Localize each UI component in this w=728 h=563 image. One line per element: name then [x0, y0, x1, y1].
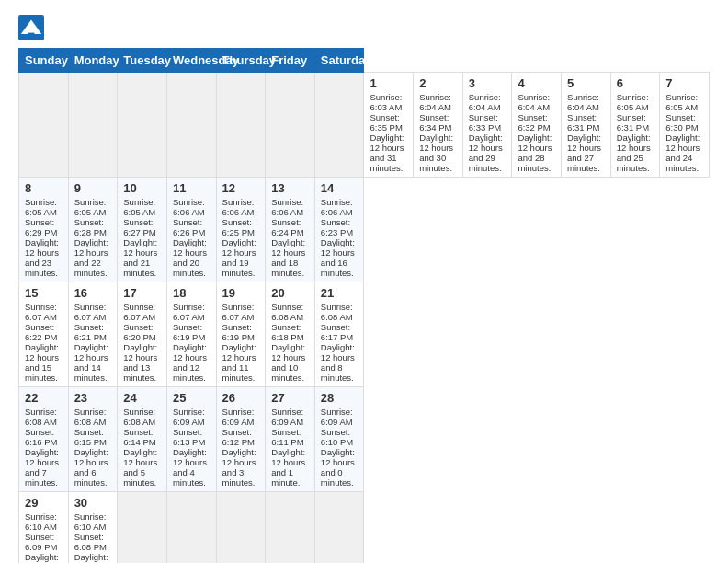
day-number: 23	[74, 391, 112, 405]
daylight-text: Daylight: 12 hours and 6 minutes.	[74, 447, 112, 488]
sunset-text: Sunset: 6:25 PM	[222, 217, 260, 237]
sunrise-text: Sunrise: 6:05 AM	[25, 197, 63, 217]
svg-rect-2	[28, 33, 35, 36]
sunset-text: Sunset: 6:13 PM	[173, 427, 210, 447]
day-number: 16	[74, 286, 112, 300]
calendar-cell: 24Sunrise: 6:08 AMSunset: 6:14 PMDayligh…	[118, 387, 167, 492]
calendar-cell: 19Sunrise: 6:07 AMSunset: 6:19 PMDayligh…	[216, 282, 266, 387]
daylight-text: Daylight: 12 hours and 22 minutes.	[74, 237, 112, 278]
sunrise-text: Sunrise: 6:04 AM	[518, 92, 555, 112]
logo	[18, 15, 48, 40]
sunrise-text: Sunrise: 6:07 AM	[74, 302, 112, 322]
calendar-cell	[118, 73, 167, 178]
calendar-cell: 2Sunrise: 6:04 AMSunset: 6:34 PMDaylight…	[414, 73, 463, 178]
sunrise-text: Sunrise: 6:10 AM	[74, 511, 112, 532]
day-number: 20	[271, 286, 309, 300]
sunrise-text: Sunrise: 6:04 AM	[567, 92, 605, 112]
calendar-cell	[166, 492, 216, 564]
day-number: 1	[370, 76, 407, 90]
sunrise-text: Sunrise: 6:06 AM	[321, 197, 358, 217]
sunrise-text: Sunrise: 6:05 AM	[617, 92, 654, 112]
sunset-text: Sunset: 6:26 PM	[173, 217, 210, 237]
calendar-cell: 9Sunrise: 6:05 AMSunset: 6:28 PMDaylight…	[68, 178, 118, 282]
calendar-cell: 13Sunrise: 6:06 AMSunset: 6:24 PMDayligh…	[266, 178, 315, 282]
sunset-text: Sunset: 6:35 PM	[370, 112, 407, 132]
col-monday: Monday	[68, 49, 118, 73]
sunrise-text: Sunrise: 6:08 AM	[123, 407, 161, 427]
sunset-text: Sunset: 6:09 PM	[25, 532, 63, 552]
daylight-text: Daylight: 12 hours and 19 minutes.	[222, 237, 260, 278]
calendar-cell: 25Sunrise: 6:09 AMSunset: 6:13 PMDayligh…	[166, 387, 216, 492]
header-row: Sunday Monday Tuesday Wednesday Thursday…	[19, 49, 710, 73]
calendar-cell: 26Sunrise: 6:09 AMSunset: 6:12 PMDayligh…	[216, 387, 266, 492]
day-number: 29	[25, 496, 63, 510]
day-number: 5	[567, 76, 605, 90]
calendar-cell	[19, 73, 69, 178]
sunset-text: Sunset: 6:11 PM	[271, 427, 309, 447]
calendar-cell: 21Sunrise: 6:08 AMSunset: 6:17 PMDayligh…	[314, 282, 364, 387]
calendar-cell	[314, 73, 364, 178]
daylight-text: Daylight: 12 hours and 5 minutes.	[123, 447, 161, 488]
sunset-text: Sunset: 6:31 PM	[617, 112, 654, 132]
sunrise-text: Sunrise: 6:09 AM	[173, 407, 210, 427]
day-number: 28	[321, 391, 358, 405]
day-number: 30	[74, 496, 112, 510]
col-saturday: Saturday	[314, 49, 364, 73]
sunrise-text: Sunrise: 6:07 AM	[173, 302, 210, 322]
logo-icon	[18, 15, 44, 40]
calendar-cell: 28Sunrise: 6:09 AMSunset: 6:10 PMDayligh…	[314, 387, 364, 492]
day-number: 21	[321, 286, 358, 300]
sunset-text: Sunset: 6:29 PM	[25, 217, 63, 237]
day-number: 6	[617, 76, 654, 90]
sunset-text: Sunset: 6:30 PM	[665, 112, 703, 132]
sunset-text: Sunset: 6:08 PM	[74, 532, 112, 552]
calendar-cell	[314, 492, 364, 564]
sunrise-text: Sunrise: 6:06 AM	[222, 197, 260, 217]
sunset-text: Sunset: 6:33 PM	[469, 112, 506, 132]
col-tuesday: Tuesday	[118, 49, 167, 73]
day-number: 19	[222, 286, 260, 300]
day-number: 12	[222, 181, 260, 195]
daylight-text: Daylight: 12 hours and 23 minutes.	[25, 237, 63, 278]
calendar-cell: 27Sunrise: 6:09 AMSunset: 6:11 PMDayligh…	[266, 387, 315, 492]
sunset-text: Sunset: 6:34 PM	[419, 112, 457, 132]
day-number: 22	[25, 391, 63, 405]
day-number: 15	[25, 286, 63, 300]
day-number: 17	[123, 286, 161, 300]
sunrise-text: Sunrise: 6:09 AM	[321, 407, 358, 427]
day-number: 27	[271, 391, 309, 405]
sunset-text: Sunset: 6:16 PM	[25, 427, 63, 447]
calendar-cell: 5Sunrise: 6:04 AMSunset: 6:31 PMDaylight…	[562, 73, 611, 178]
calendar-cell: 11Sunrise: 6:06 AMSunset: 6:26 PMDayligh…	[166, 178, 216, 282]
sunrise-text: Sunrise: 6:05 AM	[123, 197, 161, 217]
sunset-text: Sunset: 6:31 PM	[567, 112, 605, 132]
calendar-cell: 12Sunrise: 6:06 AMSunset: 6:25 PMDayligh…	[216, 178, 266, 282]
sunset-text: Sunset: 6:22 PM	[25, 322, 63, 342]
day-number: 3	[469, 76, 506, 90]
calendar-cell: 8Sunrise: 6:05 AMSunset: 6:29 PMDaylight…	[19, 178, 69, 282]
daylight-text: Daylight: 12 hours and 7 minutes.	[25, 447, 63, 488]
col-wednesday: Wednesday	[166, 49, 216, 73]
calendar-cell: 10Sunrise: 6:05 AMSunset: 6:27 PMDayligh…	[118, 178, 167, 282]
calendar-cell: 16Sunrise: 6:07 AMSunset: 6:21 PMDayligh…	[68, 282, 118, 387]
day-number: 26	[222, 391, 260, 405]
calendar-cell: 23Sunrise: 6:08 AMSunset: 6:15 PMDayligh…	[68, 387, 118, 492]
sunset-text: Sunset: 6:17 PM	[321, 322, 358, 342]
calendar-cell: 30Sunrise: 6:10 AMSunset: 6:08 PMDayligh…	[68, 492, 118, 564]
sunrise-text: Sunrise: 6:04 AM	[469, 92, 506, 112]
daylight-text: Daylight: 11 hours and 59 minutes.	[25, 552, 63, 563]
calendar-cell: 17Sunrise: 6:07 AMSunset: 6:20 PMDayligh…	[118, 282, 167, 387]
sunrise-text: Sunrise: 6:08 AM	[271, 302, 309, 322]
calendar-cell	[216, 492, 266, 564]
day-number: 14	[321, 181, 358, 195]
sunset-text: Sunset: 6:24 PM	[271, 217, 309, 237]
sunset-text: Sunset: 6:19 PM	[222, 322, 260, 342]
calendar-cell: 7Sunrise: 6:05 AMSunset: 6:30 PMDaylight…	[660, 73, 710, 178]
daylight-text: Daylight: 12 hours and 30 minutes.	[419, 132, 457, 173]
daylight-text: Daylight: 12 hours and 4 minutes.	[173, 447, 210, 488]
calendar-cell: 4Sunrise: 6:04 AMSunset: 6:32 PMDaylight…	[512, 73, 562, 178]
calendar-cell	[266, 73, 315, 178]
daylight-text: Daylight: 12 hours and 25 minutes.	[617, 132, 654, 173]
daylight-text: Daylight: 12 hours and 21 minutes.	[123, 237, 161, 278]
sunrise-text: Sunrise: 6:07 AM	[222, 302, 260, 322]
